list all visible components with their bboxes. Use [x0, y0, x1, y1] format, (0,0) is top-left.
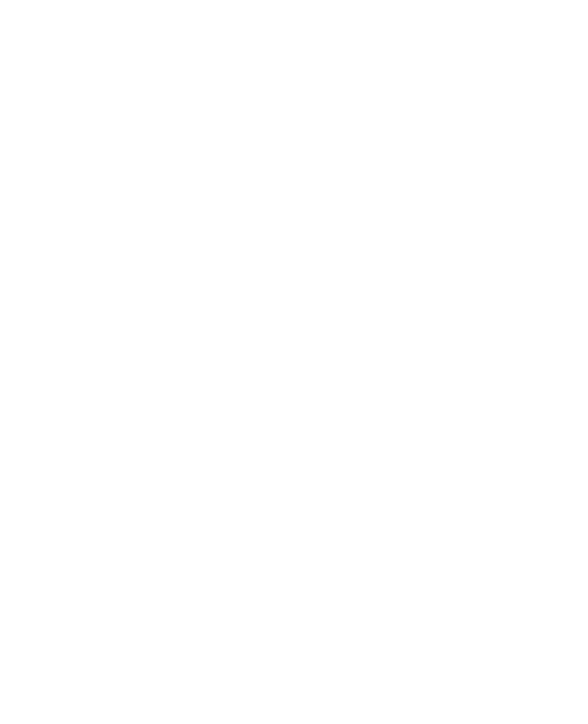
chart-canvas [50, 36, 321, 172]
chart-container [0, 0, 588, 724]
chart-title [0, 0, 588, 14]
